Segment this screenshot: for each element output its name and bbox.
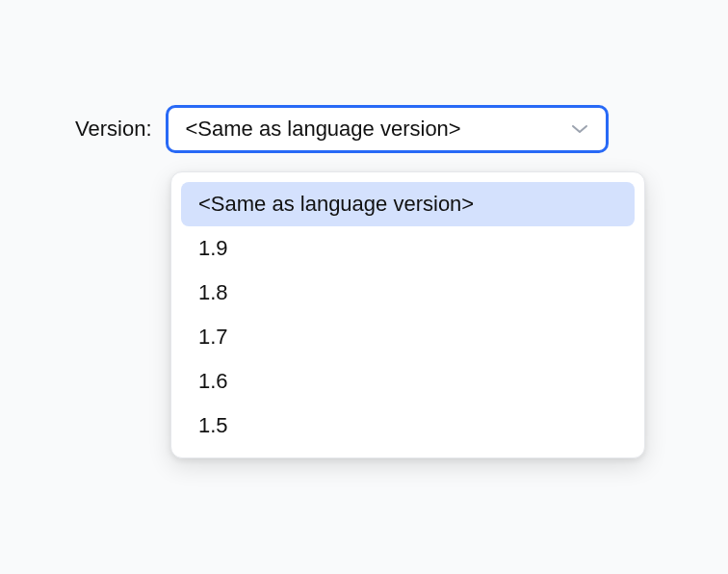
- version-dropdown: <Same as language version> 1.9 1.8 1.7 1…: [170, 171, 645, 458]
- version-option[interactable]: 1.8: [181, 271, 635, 315]
- version-selected-value: <Same as language version>: [186, 117, 461, 142]
- version-option[interactable]: 1.7: [181, 315, 635, 359]
- version-option[interactable]: 1.5: [181, 404, 635, 448]
- version-option[interactable]: <Same as language version>: [181, 182, 635, 226]
- version-option[interactable]: 1.6: [181, 359, 635, 404]
- version-field-row: Version: <Same as language version>: [75, 105, 609, 153]
- version-select[interactable]: <Same as language version>: [166, 105, 609, 153]
- version-label: Version:: [75, 117, 152, 142]
- version-option[interactable]: 1.9: [181, 226, 635, 271]
- chevron-down-icon: [571, 123, 588, 135]
